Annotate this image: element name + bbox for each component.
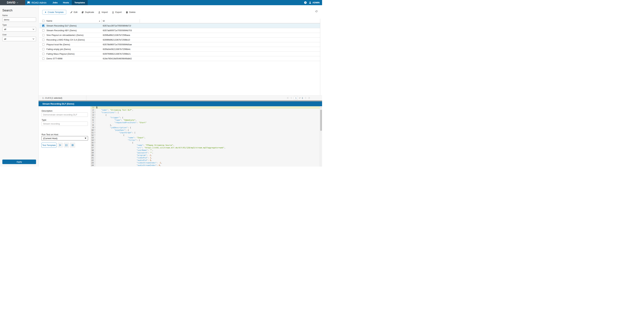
row-checkbox[interactable] [42, 48, 44, 50]
last-page-icon [308, 97, 310, 99]
row-checkbox[interactable] [42, 53, 44, 55]
editor-line[interactable]: 21 "videoPid": 1, [90, 157, 320, 159]
editor-line[interactable]: 14▾ "filter": [ [90, 139, 320, 141]
topbar-main: ROAD Admin Jobs Hosts Templates ? ADMIN [25, 0, 322, 5]
editor-scrollbar: ▲ [320, 106, 322, 167]
user-select[interactable]: all [2, 37, 36, 41]
fold-icon[interactable]: ▾ [94, 116, 95, 119]
editor-content[interactable]: 1▾{2 "name": "Streaming Test DLF",3▾ "tr… [90, 106, 320, 167]
editor-line[interactable]: 10▾ "pipeSpec": { [90, 129, 320, 131]
editor-line[interactable]: 6 "type": "Immediate", [90, 119, 320, 121]
run-host-value: (Current Host) [43, 137, 58, 140]
user-menu[interactable]: ADMIN [309, 1, 320, 4]
first-page-button[interactable] [287, 97, 289, 99]
scroll-up-icon[interactable]: ▲ [320, 106, 322, 109]
sort-ascending-icon[interactable]: ▲ [99, 20, 100, 22]
fold-icon[interactable]: ▾ [94, 134, 95, 136]
pause-button[interactable] [64, 143, 69, 148]
delete-button[interactable]: Delete [126, 11, 136, 13]
previous-page-button[interactable] [290, 97, 292, 99]
template-detail-form: Description Demonstrate stream recording… [38, 106, 90, 167]
play-button[interactable] [58, 143, 63, 148]
help-icon[interactable]: ? [304, 1, 307, 4]
refresh-button[interactable] [315, 10, 318, 13]
table-row[interactable]: Demo STT-6998 616e765419d054609849db62 [40, 56, 320, 61]
editor-line[interactable]: 16 "name": "FFmpeg Streaming Source", [90, 144, 320, 146]
table-row[interactable]: Failing Maus Playout (Demo) 635f76966213… [40, 52, 320, 56]
row-checkbox[interactable] [42, 34, 44, 36]
fold-icon[interactable]: ▾ [94, 141, 95, 144]
editor-line[interactable]: 18 "userName": "", [90, 149, 320, 151]
table-row[interactable]: Sine Playout on sttroaddante1 (Demo) 635… [40, 33, 320, 37]
editor-line[interactable]: 15▾ { [90, 141, 320, 144]
editor-line[interactable]: 8 }, [90, 124, 320, 126]
description-field[interactable]: Demonstrate stream recording DLF [42, 112, 88, 117]
test-template-button[interactable]: Test Template [42, 143, 56, 148]
editor-line[interactable]: 19 "password": "", [90, 151, 320, 154]
editor-line[interactable]: 9▾ "jobDescription": { [90, 126, 320, 129]
editor-line[interactable]: 3▾ "transitions": [ [90, 111, 320, 114]
edit-button[interactable]: Edit [70, 11, 78, 13]
row-checkbox[interactable] [42, 25, 44, 27]
editor-scrollbar-thumb[interactable] [320, 110, 322, 131]
fold-icon[interactable]: ▾ [94, 129, 95, 131]
gutter-cell: 19 [90, 151, 96, 154]
pause-icon [66, 144, 68, 146]
duplicate-button[interactable]: Duplicate [82, 11, 94, 13]
editor-line[interactable]: 24 "audioStreamIndex": 0, [90, 164, 320, 167]
apply-button[interactable]: Apply [2, 160, 36, 164]
fold-icon[interactable]: ▾ [94, 126, 95, 129]
table-row[interactable]: Playout local file (Demo) 63578b96971e70… [40, 42, 320, 47]
select-all-checkbox[interactable] [42, 20, 44, 22]
nav-item-hosts[interactable]: Hosts [60, 0, 72, 5]
nav-item-templates[interactable]: Templates [72, 0, 88, 5]
column-header-name[interactable]: Name [46, 19, 52, 22]
search-name-input[interactable] [2, 17, 36, 22]
editor-line[interactable]: 12▾ { [90, 134, 320, 136]
fold-icon[interactable]: ▾ [94, 106, 95, 109]
upload-icon [98, 11, 100, 13]
editor-line[interactable]: 2 "name": "Streaming Test DLF", [90, 109, 320, 111]
editor-line[interactable]: 20 "program": -1, [90, 154, 320, 157]
run-host-select[interactable]: (Current Host) [42, 136, 88, 140]
fold-icon[interactable]: ▾ [94, 131, 95, 134]
next-page-button[interactable] [305, 97, 306, 99]
fold-icon[interactable]: ▾ [94, 139, 95, 141]
type-select[interactable]: all [2, 27, 36, 31]
table-row[interactable]: Failing empty job (Demo) 635fa0e06213367… [40, 47, 320, 52]
table-row[interactable]: Recording LAWO R3lay CH 3,4 (Demo) 635f6… [40, 37, 320, 42]
editor-line[interactable]: 22 "audioPid": 0, [90, 159, 320, 162]
type-field[interactable]: Stream recording [42, 121, 88, 126]
editor-line[interactable]: 11▾ "inputGraph": [ [90, 131, 320, 134]
import-button[interactable]: Import [98, 11, 108, 13]
last-page-button[interactable] [308, 97, 310, 99]
row-checkbox[interactable] [42, 39, 44, 41]
table-row[interactable]: Stream Recording ABY (Demo) 6357ab90971e… [40, 28, 320, 33]
row-checkbox[interactable] [42, 29, 44, 31]
table-scrollbar-track[interactable] [320, 18, 322, 95]
search-sidebar: Search Name Type all User all Apply [0, 5, 38, 167]
editor-line[interactable]: 4▾ { [90, 114, 320, 116]
row-checkbox[interactable] [42, 57, 44, 60]
editor-line[interactable]: 13 "name": "Input", [90, 136, 320, 139]
create-template-button[interactable]: + Create Template [42, 10, 66, 14]
current-page-input[interactable]: 1 [294, 96, 298, 100]
editor-line[interactable]: 23 "videoStreamIndex": -1, [90, 162, 320, 164]
fold-icon[interactable]: ▾ [94, 111, 95, 114]
editor-line[interactable]: 7 "requestedProcState": "Start" [90, 121, 320, 124]
chevron-down-icon [16, 2, 18, 3]
editor-line[interactable]: 5▾ "trigger": { [90, 116, 320, 119]
export-button[interactable]: Export [112, 11, 122, 13]
editor-line[interactable]: 17 "url": "https://st01.sslstream.dlf.de… [90, 146, 320, 149]
nav-item-jobs[interactable]: Jobs [50, 0, 60, 5]
refresh-icon [315, 10, 318, 13]
fold-icon[interactable]: ▾ [94, 114, 95, 116]
stop-button[interactable] [70, 143, 75, 148]
column-header-id[interactable]: Id [103, 19, 104, 22]
david-brand-menu[interactable]: DAVID [0, 0, 25, 5]
gutter-cell: 7 [90, 121, 96, 124]
row-checkbox[interactable] [42, 43, 44, 45]
search-title: Search [2, 8, 36, 12]
table-row[interactable]: Stream Recording DLF (Demo) 6357acc3971e… [40, 23, 320, 28]
editor-line[interactable]: 1▾{ [90, 106, 320, 109]
